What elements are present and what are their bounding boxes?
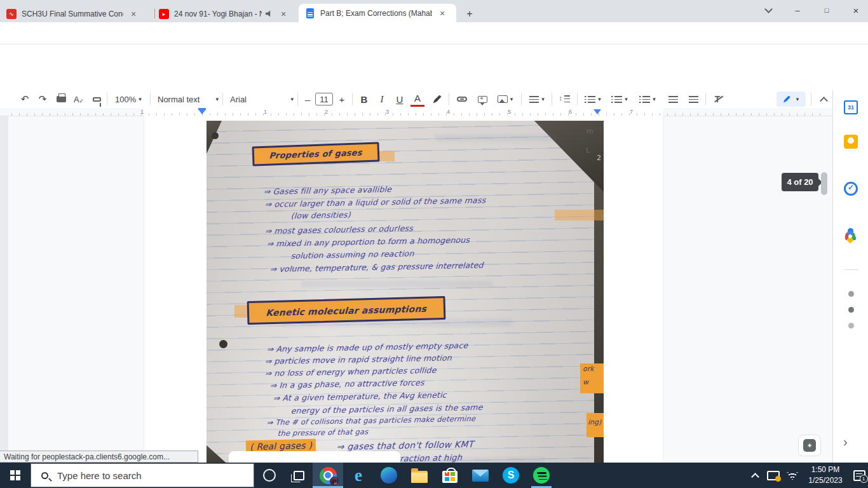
addon-dot[interactable] bbox=[848, 323, 854, 329]
font-size-field[interactable]: 11 bbox=[315, 93, 333, 105]
addon-dot[interactable] bbox=[848, 291, 854, 297]
notes-photo[interactable]: m L 2 Properties of gases Kenetic molecu… bbox=[207, 121, 604, 463]
edge-icon bbox=[381, 467, 397, 484]
decrease-indent-button[interactable] bbox=[665, 90, 681, 108]
increase-indent-button[interactable] bbox=[685, 90, 702, 108]
highlight-tab: ork w bbox=[580, 363, 604, 393]
action-center-icon: 1 bbox=[853, 470, 865, 481]
new-tab-button[interactable]: + bbox=[460, 4, 479, 24]
font-size-decrease[interactable]: – bbox=[301, 90, 314, 108]
insert-link-button[interactable] bbox=[454, 90, 470, 108]
undo-button[interactable]: ↶ bbox=[18, 90, 32, 108]
explore-button[interactable]: ✦ bbox=[798, 435, 821, 456]
add-comment-button[interactable] bbox=[474, 90, 491, 108]
windows-logo-icon bbox=[10, 470, 20, 480]
ruler-number: 4 bbox=[447, 109, 450, 115]
highlight-tab: ing) bbox=[587, 413, 604, 437]
tab-close-icon[interactable]: × bbox=[278, 9, 288, 19]
cortana-button[interactable] bbox=[254, 463, 285, 488]
document-page[interactable]: m L 2 Properties of gases Kenetic molecu… bbox=[144, 116, 663, 463]
hide-panel-chevron[interactable]: › bbox=[843, 435, 848, 449]
tasks-icon[interactable] bbox=[844, 182, 858, 196]
redo-button[interactable]: ↷ bbox=[36, 90, 50, 108]
google-docs-icon bbox=[305, 8, 315, 18]
window-close-button[interactable]: × bbox=[841, 0, 868, 20]
tray-display-icon[interactable] bbox=[764, 463, 783, 488]
keep-icon[interactable] bbox=[844, 135, 858, 149]
addon-dot[interactable] bbox=[848, 307, 854, 313]
chrome-icon bbox=[320, 467, 337, 484]
search-icon bbox=[41, 472, 48, 479]
youtube-icon: ▸ bbox=[159, 9, 169, 19]
tab-audio-icon[interactable] bbox=[266, 10, 273, 18]
align-button[interactable]: ▾ bbox=[526, 90, 548, 108]
edge-mark: m bbox=[587, 127, 593, 135]
spellcheck-button[interactable]: A✓ bbox=[71, 90, 86, 108]
tab-close-icon[interactable]: × bbox=[437, 8, 447, 18]
scrollbar-thumb[interactable] bbox=[821, 172, 827, 195]
ruler-number: 3 bbox=[386, 109, 389, 115]
calendar-icon[interactable]: 31 bbox=[844, 100, 858, 114]
tab-sch3u[interactable]: ∿ SCH3U Final Summative Concept × bbox=[6, 5, 151, 22]
numbered-list-button[interactable]: ▾ bbox=[637, 90, 658, 108]
ruler-number: 1 bbox=[140, 109, 144, 115]
taskbar-ie[interactable]: e bbox=[343, 463, 374, 488]
print-button[interactable] bbox=[53, 90, 69, 108]
right-margin-marker[interactable] bbox=[593, 109, 601, 114]
left-margin-marker[interactable] bbox=[198, 109, 206, 114]
tab-separator bbox=[154, 9, 155, 18]
maps-icon[interactable] bbox=[844, 230, 858, 244]
font-size-increase[interactable]: + bbox=[336, 90, 348, 108]
punch-hole bbox=[219, 340, 227, 348]
insert-image-button[interactable]: ▾ bbox=[494, 90, 516, 108]
taskbar-spotify[interactable] bbox=[526, 463, 557, 488]
tab-close-icon[interactable]: × bbox=[128, 9, 139, 19]
window-maximize-button[interactable]: □ bbox=[812, 0, 841, 20]
taskbar-mail[interactable] bbox=[465, 463, 496, 488]
edge-mark: L bbox=[586, 146, 590, 154]
tab-search-button[interactable] bbox=[754, 0, 783, 20]
tray-wifi-icon[interactable] bbox=[784, 463, 801, 488]
font-select[interactable]: Arial▾ bbox=[230, 90, 294, 108]
taskbar-clock[interactable]: 1:50 PM 1/25/2023 bbox=[799, 464, 851, 486]
cortana-icon bbox=[263, 469, 276, 482]
zoom-select[interactable]: 100%▾ bbox=[112, 90, 145, 108]
styles-select[interactable]: Normal text▾ bbox=[158, 90, 219, 108]
taskbar-skype[interactable]: S bbox=[496, 463, 526, 488]
collapse-toolbar-button[interactable] bbox=[816, 90, 831, 108]
tab-label: Part B; Exam Corrections (Mahabi bbox=[320, 9, 432, 18]
page-indicator-tooltip: 4 of 20 bbox=[782, 173, 818, 191]
line-spacing-button[interactable] bbox=[557, 90, 573, 108]
ruler[interactable]: 1 1 2 3 4 5 6 7 bbox=[0, 108, 832, 116]
task-view-button[interactable] bbox=[283, 463, 314, 488]
taskbar-file-explorer[interactable] bbox=[404, 463, 435, 488]
start-button[interactable] bbox=[0, 463, 31, 488]
highlight-color-button[interactable] bbox=[430, 90, 445, 108]
bold-button[interactable]: B bbox=[357, 90, 371, 108]
text-color-button[interactable]: A bbox=[410, 92, 424, 107]
tab-youtube[interactable]: ▸ 24 nov 91- Yogi Bhajan - No × bbox=[159, 5, 296, 22]
ruler-number: 6 bbox=[569, 109, 572, 115]
taskbar-store[interactable] bbox=[435, 463, 465, 488]
editing-mode-button[interactable]: ▾ bbox=[776, 92, 806, 107]
checklist-button[interactable]: ▾ bbox=[582, 90, 604, 108]
pen-icon bbox=[783, 96, 790, 103]
mail-icon bbox=[472, 470, 489, 482]
spotify-icon bbox=[533, 467, 550, 484]
clear-formatting-button[interactable]: T bbox=[709, 90, 726, 108]
tab-docs-active[interactable]: Part B; Exam Corrections (Mahabi × bbox=[299, 4, 456, 22]
document-canvas[interactable]: m L 2 Properties of gases Kenetic molecu… bbox=[0, 116, 832, 463]
tray-show-hidden-icons[interactable] bbox=[747, 463, 763, 488]
bulleted-list-button[interactable]: ▾ bbox=[609, 90, 630, 108]
window-minimize-button[interactable]: – bbox=[783, 0, 812, 20]
taskbar-chrome[interactable] bbox=[313, 463, 343, 488]
browser-status-bubble: Waiting for peoplestack-pa.clients6.goog… bbox=[0, 451, 198, 463]
underline-button[interactable]: U bbox=[393, 90, 407, 108]
taskbar-edge[interactable] bbox=[374, 463, 404, 488]
taskbar-search[interactable]: Type here to search bbox=[31, 463, 254, 487]
italic-button[interactable]: I bbox=[375, 90, 389, 108]
clock-date: 1/25/2023 bbox=[799, 475, 851, 486]
screen: ∿ SCH3U Final Summative Concept × ▸ 24 n… bbox=[0, 0, 868, 488]
action-center-button[interactable]: 1 bbox=[850, 463, 868, 488]
paint-format-button[interactable] bbox=[89, 90, 104, 108]
